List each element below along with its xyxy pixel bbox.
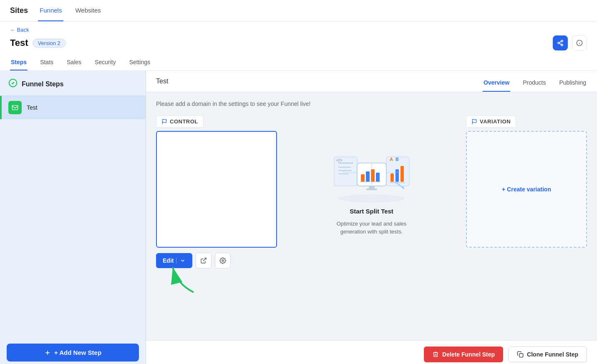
- content-tab-publishing[interactable]: Publishing: [558, 78, 587, 92]
- split-layout: CONTROL Edit: [156, 115, 587, 269]
- delete-funnel-step-button[interactable]: Delete Funnel Step: [424, 346, 503, 362]
- content-top: Test Overview Products Publishing: [146, 71, 597, 92]
- add-step-label: + Add New Step: [54, 349, 101, 356]
- create-variation-label: + Create variation: [502, 186, 551, 193]
- share-button[interactable]: [553, 35, 568, 50]
- svg-rect-24: [390, 173, 394, 182]
- split-test-section: </> A B: [290, 115, 453, 269]
- content-body: Please add a domain in the settings to s…: [146, 92, 597, 340]
- svg-text:</>: </>: [336, 158, 343, 163]
- svg-rect-35: [371, 169, 375, 182]
- sub-tab-settings[interactable]: Settings: [128, 55, 151, 70]
- sidebar-header-title: Funnel Steps: [22, 80, 63, 88]
- page-title: Test: [10, 38, 28, 48]
- svg-rect-36: [376, 173, 380, 182]
- sub-tab-stats[interactable]: Stats: [39, 55, 54, 70]
- delete-label: Delete Funnel Step: [442, 351, 495, 358]
- svg-line-13: [203, 258, 206, 261]
- svg-rect-26: [401, 166, 404, 182]
- share-icon: [557, 40, 564, 46]
- main-layout: Funnel Steps Test + Add New Step Test Ov…: [0, 71, 597, 364]
- svg-rect-32: [366, 188, 377, 190]
- site-title: Sites: [10, 6, 28, 15]
- svg-rect-41: [519, 354, 523, 357]
- chevron-down-icon: [180, 258, 186, 264]
- add-step-button[interactable]: + Add New Step: [7, 344, 139, 361]
- tab-websites[interactable]: Websites: [73, 0, 102, 21]
- control-text: CONTROL: [170, 118, 198, 125]
- domain-notice: Please add a domain in the settings to s…: [156, 100, 587, 107]
- sidebar-item-label: Test: [27, 104, 38, 111]
- sidebar-spacer: [0, 119, 146, 337]
- copy-icon: [517, 351, 524, 358]
- version-badge[interactable]: Version 2: [33, 39, 66, 48]
- variation-section: VARIATION + Create variation: [466, 115, 587, 269]
- page-header: ← Back Test Version 2 Steps Stats Sales …: [0, 22, 597, 71]
- split-test-illustration: </> A B: [330, 148, 413, 203]
- svg-rect-33: [361, 174, 365, 182]
- control-actions: Edit: [156, 253, 277, 269]
- content-tab-products[interactable]: Products: [522, 78, 547, 92]
- sub-tab-security[interactable]: Security: [94, 55, 117, 70]
- bottom-actions: Delete Funnel Step Clone Funnel Step: [146, 340, 597, 364]
- clone-label: Clone Funnel Step: [527, 351, 578, 358]
- sub-tabs: Steps Stats Sales Security Settings: [10, 55, 587, 70]
- back-link[interactable]: ← Back: [10, 27, 587, 33]
- trash-icon: [432, 351, 439, 358]
- svg-point-0: [561, 40, 563, 42]
- control-section: CONTROL Edit: [156, 115, 277, 269]
- clone-funnel-step-button[interactable]: Clone Funnel Step: [508, 346, 587, 362]
- page-title-row: Test Version 2: [10, 35, 587, 50]
- page-title-actions: [553, 35, 587, 50]
- split-test-description: Optimize your lead and sales generation …: [324, 220, 420, 236]
- svg-point-16: [338, 194, 405, 203]
- svg-text:A: A: [390, 157, 393, 162]
- plus-icon: [44, 349, 51, 356]
- sub-tab-sales[interactable]: Sales: [66, 55, 82, 70]
- svg-point-1: [558, 42, 559, 44]
- variation-label: VARIATION: [466, 115, 516, 128]
- svg-line-3: [559, 43, 562, 45]
- content-tabs: Overview Products Publishing: [483, 78, 587, 92]
- page-title-left: Test Version 2: [10, 38, 66, 48]
- green-arrow-annotation: [169, 263, 202, 298]
- settings-button[interactable]: [215, 253, 231, 269]
- svg-marker-39: [402, 186, 405, 189]
- content-area: Test Overview Products Publishing Please…: [146, 71, 597, 364]
- svg-rect-31: [369, 186, 375, 188]
- flag-icon: [161, 119, 167, 125]
- svg-point-2: [561, 44, 563, 46]
- control-label: CONTROL: [156, 115, 204, 128]
- flag-icon-variation: [471, 119, 477, 125]
- svg-point-14: [222, 260, 224, 261]
- variation-text: VARIATION: [480, 118, 511, 125]
- info-button[interactable]: [572, 35, 587, 50]
- info-icon: [576, 40, 583, 46]
- create-variation-button[interactable]: + Create variation: [502, 186, 551, 193]
- gear-icon: [219, 257, 226, 264]
- svg-rect-34: [366, 171, 370, 182]
- split-test-title: Start Split Test: [350, 208, 393, 215]
- sidebar-item-test[interactable]: Test: [0, 96, 146, 119]
- variation-box[interactable]: + Create variation: [466, 131, 587, 248]
- edit-chevron[interactable]: [176, 258, 186, 264]
- top-nav: Sites Funnels Websites: [0, 0, 597, 22]
- svg-line-4: [559, 41, 562, 43]
- content-tab-overview[interactable]: Overview: [483, 78, 510, 92]
- sidebar-header: Funnel Steps: [0, 71, 146, 96]
- page-preview: [156, 131, 277, 248]
- tab-funnels[interactable]: Funnels: [38, 0, 63, 21]
- svg-text:B: B: [395, 157, 399, 162]
- sidebar: Funnel Steps Test + Add New Step: [0, 71, 146, 364]
- envelope-icon: [8, 101, 22, 114]
- check-circle-icon: [8, 78, 18, 90]
- svg-rect-25: [395, 169, 399, 182]
- svg-rect-9: [12, 105, 18, 110]
- content-top-title: Test: [156, 78, 168, 92]
- sub-tab-steps[interactable]: Steps: [10, 55, 28, 70]
